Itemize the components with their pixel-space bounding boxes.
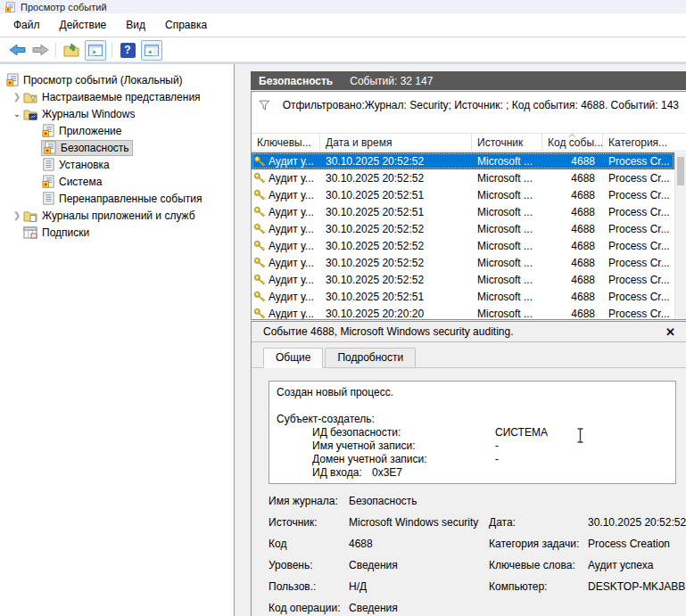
cell-datetime: 30.10.2025 20:52:51 <box>320 189 472 201</box>
cell-datetime: 30.10.2025 20:20:20 <box>320 308 472 320</box>
event-row[interactable]: Аудит у... 30.10.2025 20:52:52 Microsoft… <box>252 220 674 237</box>
tree-item-apps-services-logs[interactable]: ❯ Журналы приложений и служб <box>0 207 234 224</box>
tree-item-windows-logs[interactable]: ⌄ Журналы Windows <box>0 105 234 122</box>
cell-source: Microsoft ... <box>472 240 542 252</box>
tree-item-label: Приложение <box>59 125 121 137</box>
audit-success-key-icon <box>253 155 266 168</box>
windows-logs-folder-icon <box>23 108 37 120</box>
detail-label: Ключевые слова: <box>489 559 575 571</box>
cell-datetime: 30.10.2025 20:52:51 <box>320 206 472 218</box>
cell-category: Process Cr... <box>603 206 674 218</box>
cell-event-id: 4688 <box>542 308 603 320</box>
cell-category: Process Cr... <box>603 172 674 185</box>
action-pane-toggle-button[interactable] <box>141 40 162 61</box>
tree-item-security[interactable]: Безопасность <box>0 139 234 156</box>
chevron-right-icon[interactable]: ❯ <box>11 210 23 220</box>
back-button[interactable] <box>5 40 29 61</box>
column-header-datetime[interactable]: Дата и время <box>320 134 472 151</box>
detail-label: Дата: <box>489 516 516 529</box>
detail-label: Имя журнала: <box>269 495 338 507</box>
close-preview-button[interactable]: ✕ <box>665 325 675 339</box>
toolbar-separator <box>55 43 56 58</box>
tree-item-label: Безопасность <box>61 142 129 154</box>
audit-success-key-icon <box>253 274 266 286</box>
detail-label: Категория задачи: <box>489 538 579 550</box>
audit-success-key-icon <box>253 308 266 320</box>
event-row[interactable]: Аудит у... 30.10.2025 20:52:51 Microsoft… <box>252 203 674 220</box>
chevron-right-icon[interactable]: ❯ <box>11 92 23 102</box>
title-bar: Просмотр событий <box>0 0 686 13</box>
detail-value: Process Creation <box>588 538 670 550</box>
event-row[interactable]: Аудит у... 30.10.2025 20:52:52 Microsoft… <box>252 152 674 169</box>
sort-ascending-icon <box>569 134 575 137</box>
cell-keywords: Аудит у... <box>269 274 314 286</box>
help-button[interactable]: ? <box>116 40 139 61</box>
cell-event-id: 4688 <box>542 172 603 185</box>
menu-item-view[interactable]: Вид <box>116 13 155 37</box>
detail-label: Пользов.: <box>269 580 316 593</box>
cell-datetime: 30.10.2025 20:52:52 <box>320 240 472 252</box>
cell-category: Process Cr... <box>603 189 674 201</box>
text-cursor-icon <box>576 428 584 443</box>
event-row[interactable]: Аудит у... 30.10.2025 20:52:51 Microsoft… <box>252 288 674 305</box>
tree-item-label: Подписки <box>42 226 89 239</box>
cell-source: Microsoft ... <box>472 189 542 201</box>
event-row[interactable]: Аудит у... 30.10.2025 20:52:52 Microsoft… <box>252 254 674 271</box>
event-row[interactable]: Аудит у... 30.10.2025 20:52:52 Microsoft… <box>252 169 674 186</box>
folder-arrow-icon <box>63 43 79 57</box>
column-header-keywords[interactable]: Ключевы... <box>252 134 320 151</box>
event-row[interactable]: Аудит у... 30.10.2025 20:52:52 Microsoft… <box>252 237 674 254</box>
event-count: Событий: 32 147 <box>350 75 433 87</box>
tree-item-setup[interactable]: Установка <box>0 156 234 173</box>
event-row[interactable]: Аудит у... 30.10.2025 20:52:52 Microsoft… <box>252 271 674 288</box>
preview-title: Событие 4688, Microsoft Windows security… <box>263 325 665 338</box>
console-tree-toggle-button[interactable] <box>85 40 106 61</box>
tree-item-root[interactable]: Просмотр событий (Локальный) <box>0 71 234 88</box>
preview-tabs: Общие Подробности <box>263 348 417 368</box>
column-header-source[interactable]: Источник <box>472 134 542 151</box>
event-description[interactable]: Создан новый процесс. Субъект-создатель:… <box>269 381 676 484</box>
event-log-icon <box>41 175 54 188</box>
cell-keywords: Аудит у... <box>269 189 314 201</box>
tree-item-custom-views[interactable]: ❯ Настраиваемые представления <box>0 88 234 105</box>
custom-views-folder-icon <box>23 91 37 103</box>
menu-item-help[interactable]: Справка <box>155 13 217 37</box>
tree-item-label: Система <box>59 176 102 188</box>
console-tree: Просмотр событий (Локальный) ❯ Настраива… <box>0 64 235 616</box>
tree-item-label: Перенаправленные события <box>59 193 202 205</box>
forward-button[interactable] <box>29 40 52 61</box>
event-row[interactable]: Аудит у... 30.10.2025 20:52:51 Microsoft… <box>252 186 674 203</box>
column-header-category[interactable]: Категория... <box>603 134 686 151</box>
description-field: ИД безопасности: СИСТЕМА <box>277 426 668 439</box>
open-saved-log-button[interactable] <box>60 40 83 61</box>
tree-item-application[interactable]: Приложение <box>0 122 234 139</box>
detail-label: Код операции: <box>269 602 341 614</box>
cell-keywords: Аудит у... <box>269 257 314 269</box>
tree-item-label: Установка <box>59 159 110 171</box>
menu-item-file[interactable]: Файл <box>4 13 50 37</box>
event-log-icon <box>43 141 56 154</box>
cell-source: Microsoft ... <box>472 206 542 218</box>
detail-label: Источник: <box>269 516 318 529</box>
tab-general[interactable]: Общие <box>263 348 323 368</box>
cell-source: Microsoft ... <box>472 274 542 286</box>
detail-value: 4688 <box>349 538 373 550</box>
menu-item-action[interactable]: Действие <box>50 13 117 37</box>
event-row[interactable]: Аудит у... 30.10.2025 20:20:20 Microsoft… <box>252 305 674 319</box>
column-header-event-id[interactable]: Код собы... <box>542 134 603 151</box>
cell-keywords: Аудит у... <box>269 291 314 303</box>
tree-item-forwarded-events[interactable]: Перенаправленные события <box>0 190 234 207</box>
scrollbar-thumb[interactable] <box>677 157 684 185</box>
audit-success-key-icon <box>253 189 266 201</box>
cell-datetime: 30.10.2025 20:52:52 <box>320 155 472 168</box>
tab-details[interactable]: Подробности <box>325 348 416 368</box>
vertical-scrollbar[interactable] <box>674 152 686 319</box>
chevron-down-icon[interactable]: ⌄ <box>11 109 23 119</box>
list-title-bar: Безопасность Событий: 32 147 <box>251 71 686 90</box>
tree-item-system[interactable]: Система <box>0 173 234 190</box>
detail-value: Сведения <box>349 602 398 614</box>
cell-source: Microsoft ... <box>472 172 542 185</box>
event-log-icon <box>41 124 54 137</box>
event-viewer-window: { "window": { "title": "Просмотр событий… <box>0 0 686 616</box>
tree-item-subscriptions[interactable]: Подписки <box>0 224 234 241</box>
